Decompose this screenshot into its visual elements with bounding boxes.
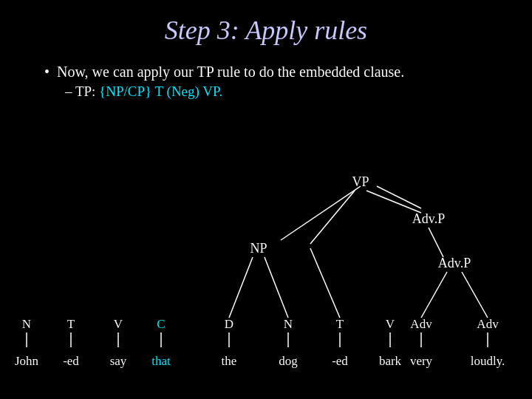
svg-line-8	[462, 272, 488, 318]
slide: Step 3: Apply rules • Now, we can apply …	[0, 0, 532, 399]
word-that: that	[151, 354, 171, 368]
svg-line-5	[229, 257, 253, 318]
word-loudly: loudly.	[471, 354, 505, 368]
word-say: say	[110, 354, 127, 368]
cat-V2: V	[386, 317, 395, 331]
node-advp2: Adv.P	[438, 256, 471, 270]
tree-svg: VP Adv.P NP Adv.P	[0, 170, 532, 377]
bullet-sub: – TP: {NP/CP} T (Neg) VP.	[65, 83, 502, 100]
tree-diagram: VP Adv.P NP Adv.P	[0, 170, 532, 377]
node-advp1: Adv.P	[412, 211, 445, 226]
svg-line-3	[366, 191, 421, 213]
svg-line-7	[421, 272, 447, 318]
node-np: NP	[250, 241, 267, 256]
word-ed1: -ed	[63, 354, 79, 368]
word-john: John	[15, 354, 39, 368]
cat-N2: N	[284, 317, 293, 331]
node-vp: VP	[352, 174, 369, 189]
cat-D: D	[225, 317, 233, 331]
node-adv2: Adv	[477, 317, 499, 331]
bullet-dot: •	[44, 64, 50, 81]
cat-T2: T	[336, 317, 344, 331]
bullet-sub-prefix: – TP:	[65, 83, 99, 99]
bullet-text: Now, we can apply our TP rule to do the …	[57, 64, 404, 81]
svg-line-4	[429, 228, 443, 257]
node-adv1: Adv	[410, 317, 432, 331]
cat-N1: N	[22, 317, 31, 331]
cat-C: C	[157, 317, 165, 331]
tp-rule-text: {NP/CP} T (Neg) VP.	[99, 83, 222, 99]
word-bark: bark	[379, 354, 402, 368]
word-ed2: -ed	[332, 354, 348, 368]
svg-line-2	[310, 191, 355, 244]
bullet-main: • Now, we can apply our TP rule to do th…	[44, 64, 502, 81]
cat-V1: V	[114, 317, 123, 331]
word-dog: dog	[279, 354, 298, 368]
cat-T1: T	[67, 317, 75, 331]
svg-line-6	[265, 257, 288, 318]
svg-line-9	[310, 248, 340, 318]
word-very: very	[410, 354, 433, 368]
word-the: the	[222, 354, 237, 368]
slide-title: Step 3: Apply rules	[30, 15, 502, 46]
bullet-section: • Now, we can apply our TP rule to do th…	[44, 64, 502, 100]
